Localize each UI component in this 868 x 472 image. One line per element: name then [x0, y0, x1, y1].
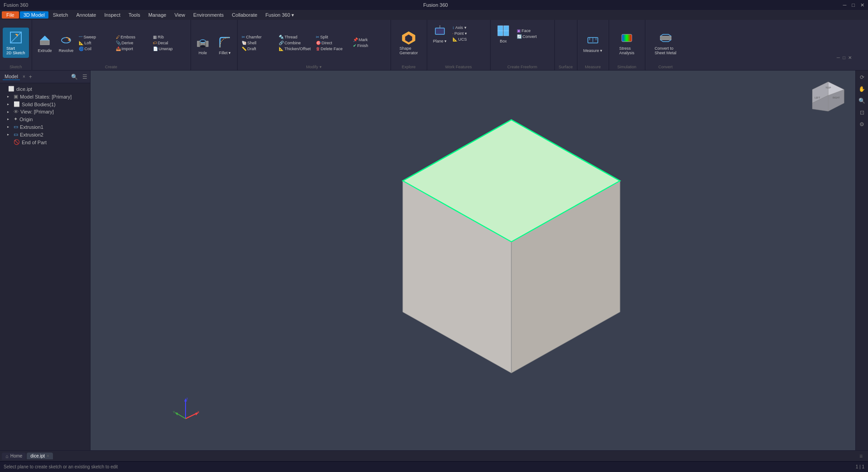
revolve-button[interactable]: Revolve	[56, 31, 76, 55]
menu-manage[interactable]: Manage	[145, 11, 170, 19]
coil-button[interactable]: 🌀 Coil	[77, 46, 114, 52]
tab-close-btn[interactable]: ×	[47, 453, 49, 458]
solid-bodies-label: Solid Bodies(1)	[22, 102, 56, 107]
tree-solid-bodies[interactable]: ▸ ⬜ Solid Bodies(1)	[0, 100, 90, 108]
emboss-label: Emboss	[121, 35, 136, 39]
draft-label: Draft	[248, 47, 257, 51]
thread-button[interactable]: 🔩 Thread	[277, 34, 314, 40]
split-button[interactable]: ✂ Split	[315, 34, 351, 40]
win-minimize[interactable]: ─	[837, 55, 840, 60]
tree-end-of-part[interactable]: 🚫 End of Part	[0, 138, 90, 146]
rt-fit-button[interactable]: ⊡	[857, 108, 867, 118]
solid-bodies-expand: ▸	[7, 102, 12, 106]
tree-dice-ipt[interactable]: ⬜ dice.ipt	[0, 85, 90, 93]
thicken-button[interactable]: 📐 Thicken/Offset	[277, 46, 314, 52]
face-button[interactable]: ▣ Face	[515, 28, 552, 33]
win-close[interactable]: ✕	[848, 55, 852, 60]
menu-view[interactable]: View	[171, 11, 189, 19]
win-restore[interactable]: □	[843, 55, 845, 60]
finish-button[interactable]: ✔ Finish	[352, 43, 388, 48]
measure-button[interactable]: Measure ▾	[581, 31, 606, 55]
convert-sheet-metal-button[interactable]: Convert toSheet Metal	[652, 29, 679, 57]
coil-label: Coil	[85, 47, 92, 51]
tab-close[interactable]: ×	[23, 74, 25, 79]
tree-extrusion2[interactable]: ▸ ▭ Extrusion2	[0, 131, 90, 138]
decal-button[interactable]: 🏷 Decal	[152, 40, 188, 46]
menu-tools[interactable]: Tools	[125, 11, 144, 19]
status-message: Select plane to create sketch or an exis…	[4, 464, 118, 469]
derive-button[interactable]: 📎 Derive	[114, 40, 151, 46]
emboss-button[interactable]: 🖊 Emboss	[114, 34, 151, 40]
direct-button[interactable]: 🎯 Direct	[315, 40, 351, 46]
rib-label: Rib	[158, 35, 164, 39]
rt-orbit-button[interactable]: ⟳	[857, 72, 867, 82]
combine-button[interactable]: 🔗 Combine	[277, 40, 314, 46]
shell-button[interactable]: 🐚 Shell	[240, 40, 277, 46]
start-2d-sketch-button[interactable]: Start2D Sketch	[3, 28, 29, 58]
tab-dice-ipt[interactable]: dice.ipt ×	[27, 453, 53, 459]
mark-button[interactable]: 📌 Mark	[352, 37, 388, 42]
menu-sketch[interactable]: Sketch	[49, 11, 72, 19]
menu-icon[interactable]: ☰	[82, 74, 87, 80]
extrude-icon	[38, 34, 51, 47]
tab-dice-label: dice.ipt	[30, 453, 45, 458]
tree-view[interactable]: ▸ 👁 View: [Primary]	[0, 108, 90, 115]
menu-inspect[interactable]: Inspect	[101, 11, 124, 19]
close-btn[interactable]: ✕	[860, 2, 864, 8]
model-tab[interactable]: Model	[3, 73, 20, 80]
point-button[interactable]: · Point ▾	[451, 31, 487, 36]
loft-button[interactable]: 📐 Loft	[77, 40, 114, 46]
stress-analysis-icon	[620, 32, 633, 44]
stress-analysis-button[interactable]: StressAnalysis	[616, 29, 637, 57]
import-button[interactable]: 📥 Import	[114, 46, 151, 52]
fillet-button[interactable]: Fillet ▾	[215, 33, 235, 57]
pattern-box-icon	[497, 24, 510, 37]
search-icon[interactable]: 🔍	[71, 74, 78, 80]
convert-button[interactable]: 🔄 Convert	[515, 34, 552, 39]
ucs-button[interactable]: 📐 UCS	[451, 37, 487, 42]
rt-hand-button[interactable]: ✋	[857, 84, 867, 94]
delete-face-button[interactable]: 🗑 Delete Face	[315, 46, 351, 52]
tree-extrusion1[interactable]: ▸ ▭ Extrusion1	[0, 123, 90, 131]
menu-fusion360[interactable]: Fusion 360 ▾	[262, 11, 298, 19]
toolbar-section-create: Extrude Revolve 〰	[32, 20, 191, 70]
svg-line-1	[10, 32, 21, 43]
rt-settings-button[interactable]: ⚙	[857, 119, 867, 129]
svg-text:LEFT: LEFT	[815, 96, 820, 99]
hole-button[interactable]: Hole	[193, 33, 213, 57]
origin-expand: ▸	[7, 117, 12, 121]
rib-button[interactable]: ▦ Rib	[152, 34, 188, 40]
viewcube[interactable]: TOP LEFT RIGHT	[810, 80, 846, 116]
svg-rect-18	[498, 26, 503, 31]
menu-annotate[interactable]: Annotate	[72, 11, 100, 19]
solid-bodies-icon: ⬜	[14, 101, 20, 107]
plane-button[interactable]: Plane ▾	[430, 22, 450, 45]
extrude-button[interactable]: Extrude	[35, 31, 55, 55]
minimize-btn[interactable]: ─	[843, 2, 847, 8]
convert-section-label: Convert	[648, 64, 683, 69]
tab-home[interactable]: ⌂ Home	[2, 453, 26, 460]
menu-environments[interactable]: Environments	[190, 11, 227, 19]
pattern-box-button[interactable]: Box	[493, 22, 514, 45]
point-icon: ·	[453, 31, 454, 36]
tab-add[interactable]: +	[29, 74, 32, 80]
rt-zoom-button[interactable]: 🔍	[857, 96, 867, 106]
menu-3dmodel[interactable]: 3D Model	[20, 11, 48, 19]
dice-icon: ⬜	[8, 86, 14, 92]
sketch-icon	[9, 30, 23, 45]
viewport[interactable]: TOP LEFT RIGHT	[91, 71, 855, 450]
unwrap-button[interactable]: 📄 Unwrap	[152, 46, 188, 52]
tree-model-states[interactable]: ▸ ▣ Model States: [Primary]	[0, 93, 90, 100]
direct-icon: 🎯	[316, 41, 321, 45]
tab-overflow-btn[interactable]: ≡	[856, 453, 866, 459]
menu-file[interactable]: File	[2, 11, 19, 19]
axis-button[interactable]: ↕ Axis ▾	[451, 25, 487, 30]
tree-origin[interactable]: ▸ ✦ Origin	[0, 115, 90, 123]
sweep-button[interactable]: 〰 Sweep	[77, 34, 114, 40]
draft-button[interactable]: 📏 Draft	[240, 46, 277, 52]
maximize-btn[interactable]: □	[852, 2, 855, 8]
menu-collaborate[interactable]: Collaborate	[228, 11, 261, 19]
shape-generator-button[interactable]: ShapeGenerator	[397, 29, 421, 57]
toolbar-section-simulation: StressAnalysis Simulation	[609, 20, 645, 70]
chamfer-button[interactable]: ✂ Chamfer	[240, 34, 277, 40]
